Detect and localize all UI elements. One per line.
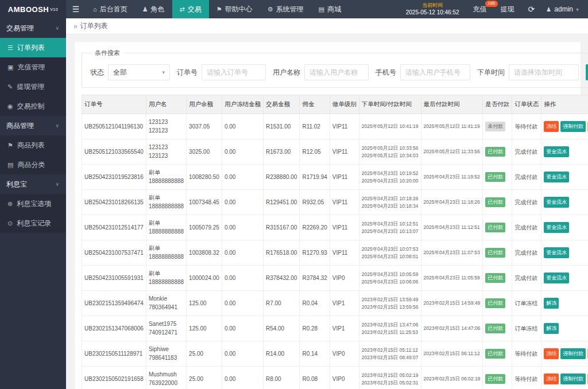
unfreeze-button[interactable]: 解冻 (544, 323, 559, 334)
content-scroll-area[interactable]: 条件搜索 状态 全部 ▾ 订单号 用户名称 手机号 (66, 34, 588, 389)
last-pay-time-cell: 2025年04月23日 11:05:59 (421, 266, 483, 291)
actions-cell: 资金流水 (541, 215, 588, 240)
commission-cell: R3784.32 (300, 266, 330, 291)
order-status-cell: 完成付款 (512, 139, 541, 165)
sidebar-group-header[interactable]: 交易管理 ∨ (0, 18, 66, 38)
frozen-amount-cell: 0.00 (222, 139, 263, 165)
withdraw-link[interactable]: 提现 (494, 0, 521, 18)
user-name: 123123 (149, 118, 184, 127)
main-area: » 订单列表 条件搜索 状态 全部 ▾ 订单号 (66, 18, 588, 389)
order-status-cell: 订单冻结 (512, 316, 541, 341)
breadcrumb[interactable]: » 订单列表 (66, 18, 588, 34)
user-cell: 刷单 18888888888 (146, 165, 186, 190)
refresh-icon[interactable]: ⟳ (521, 5, 542, 14)
frozen-amount-cell: 0.00 (222, 316, 263, 341)
order-pay-time-cell: 2025年05月12日 10:41:19 (359, 114, 421, 139)
freeze-button[interactable]: 冻结 (544, 374, 559, 384)
nav-item[interactable]: ⚑ 帮助中心 (209, 0, 260, 18)
nav-item[interactable]: ⚙ 系统管理 (260, 0, 311, 18)
sidebar-item[interactable]: ⊙ 利息宝记录 (0, 213, 66, 233)
pay-status-badge: 已付款 (485, 223, 505, 232)
column-header: 用户余额 (187, 95, 222, 114)
last-pay-time-cell: 2025年04月23日 11:07:53 (421, 240, 483, 266)
nav-item[interactable]: ⌂ 后台首页 (86, 0, 135, 18)
column-header: 用户名 (146, 95, 186, 114)
user-balance-cell: 1000024.00 (187, 266, 222, 291)
current-time-label: 当前时间 (406, 2, 459, 9)
nav-item-label: 交易 (188, 5, 202, 14)
pay-time: 2025年04月23日 10:06:06 (362, 278, 419, 286)
vip-level-cell: VIP0 (330, 266, 359, 291)
sidebar-item[interactable]: ◉ 交易控制 (0, 96, 66, 116)
sidebar-item[interactable]: ⊕ 利息宝选项 (0, 194, 66, 213)
nav-item[interactable]: ⇄ 交易 (172, 0, 209, 18)
user-account: 18888888888 (149, 278, 184, 287)
sidebar-item[interactable]: ✎ 提现管理 (0, 77, 66, 96)
nav-item[interactable]: ▤ 商城 (311, 0, 349, 18)
fund-flow-button[interactable]: 资金流水 (544, 273, 569, 283)
vip-level-cell: VIP11 (330, 165, 359, 190)
sidebar-item[interactable]: ▣ 充值管理 (0, 57, 66, 77)
fund-flow-button[interactable]: 资金流水 (544, 146, 569, 157)
sidebar-group-header[interactable]: 商品管理 ∨ (0, 116, 66, 135)
pay-status-cell: 已付款 (483, 139, 512, 165)
unfreeze-button[interactable]: 解冻 (544, 298, 559, 309)
last-pay-time-cell: 2025年04月23日 11:18:26 (421, 190, 483, 215)
admin-menu[interactable]: ♟ admin ▾ (541, 5, 588, 13)
hamburger-menu-icon[interactable]: ☰ (66, 0, 86, 18)
user-balance-cell: 1005079.25 (187, 215, 222, 240)
recharge-manage-icon: ▣ (7, 64, 13, 71)
sidebar-item-label: 商品分类 (17, 160, 45, 170)
last-pay-time-cell: 2023年02月15日 14:47:06 (421, 316, 483, 341)
force-pay-button[interactable]: 强制付款 (560, 121, 586, 132)
order-pay-time-cell: 2025年04月23日 10:19:52 2025年04月23日 10:20:0… (359, 165, 421, 190)
fund-flow-button[interactable]: 资金流水 (544, 247, 569, 258)
trade-amount-cell: R7.00 (263, 291, 300, 316)
username-input[interactable] (304, 64, 369, 80)
sidebar-item[interactable]: ▤ 商品分类 (0, 155, 66, 174)
user-cell: 123123 123123 (146, 114, 186, 139)
freeze-button[interactable]: 冻结 (544, 348, 559, 359)
pay-time: 2025年04月23日 10:20:00 (362, 177, 419, 185)
force-pay-button[interactable]: 强制付款 (560, 348, 586, 359)
sidebar-item-label: 利息宝记录 (17, 219, 51, 228)
nav-item-label: 角色 (151, 5, 165, 14)
chevron-down-icon: ∨ (55, 25, 59, 31)
frozen-amount-cell: 0.00 (222, 215, 263, 240)
order-no-input[interactable] (202, 64, 266, 80)
order-time-input[interactable] (509, 64, 579, 80)
sidebar-item[interactable]: ☰ 订单列表 (0, 38, 66, 57)
column-header: 操作 (541, 95, 588, 114)
sidebar-item[interactable]: ⚑ 商品列表 (0, 135, 66, 155)
user-account: 798641183 (149, 354, 184, 363)
user-account: 123123 (149, 127, 184, 135)
freeze-button[interactable]: 冻结 (544, 121, 559, 132)
table-row: UB2504231007537471 刷单 18888888888 100380… (82, 240, 588, 266)
pay-status-badge: 已付款 (485, 324, 505, 333)
recharge-link[interactable]: 充值 186 (466, 0, 494, 18)
sidebar-group-header[interactable]: 利息宝 ∨ (0, 174, 66, 194)
fund-flow-button[interactable]: 资金流水 (544, 197, 569, 208)
force-pay-button[interactable]: 强制付款 (560, 374, 586, 384)
trade-amount-cell: R238880.00 (263, 165, 300, 190)
column-header: 订单号 (82, 95, 146, 114)
sidebar-item-label: 订单列表 (17, 43, 45, 53)
actions-cell: 冻结强制付款取消订单 (541, 114, 588, 139)
pay-time: 2025年04月23日 10:18:34 (362, 203, 419, 210)
user-name: Monkie (149, 295, 184, 304)
search-button[interactable]: 搜 索 (586, 64, 588, 80)
actions-cell: 资金流水 (541, 266, 588, 291)
pay-time: 2025年04月23日 10:13:07 (362, 228, 419, 235)
order-status-cell: 完成付款 (512, 215, 541, 240)
phone-input[interactable] (400, 64, 470, 80)
column-header: 最后付款时间 (421, 95, 483, 114)
pay-status-badge: 未付款 (485, 122, 505, 131)
nav-item[interactable]: ♟ 角色 (135, 0, 172, 18)
trade-amount-cell: R54.00 (263, 316, 300, 341)
status-select[interactable]: 全部 ▾ (108, 64, 170, 80)
frozen-amount-cell: 0.00 (222, 367, 263, 389)
current-time-value: 2025-05-12 10:46:52 (406, 9, 459, 16)
pay-status-cell: 未付款 (483, 114, 512, 139)
fund-flow-button[interactable]: 资金流水 (544, 172, 569, 182)
fund-flow-button[interactable]: 资金流水 (544, 222, 569, 233)
